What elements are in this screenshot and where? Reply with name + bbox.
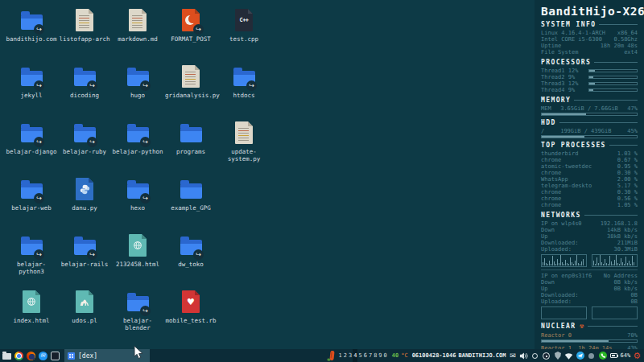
desktop-icon[interactable]: udos.pl	[58, 288, 111, 344]
desktop-icon[interactable]: ↪belajar-rails	[58, 232, 111, 288]
volume-tray-icon[interactable]	[519, 351, 528, 360]
graph-bar	[614, 260, 615, 265]
process-row: chrome0.30 %	[541, 170, 638, 176]
camel-icon	[79, 298, 90, 306]
graph-bar	[575, 261, 576, 265]
wlan-row-label: Uploaded:	[541, 246, 572, 253]
folder-launcher-icon	[2, 353, 11, 360]
text-file-icon	[76, 9, 93, 31]
ring-tray-icon[interactable]	[530, 351, 539, 360]
ruby-icon-wrap: ♥	[177, 288, 204, 315]
doc-icon-wrap	[71, 6, 98, 34]
wlan-traffic-graphs	[541, 254, 638, 267]
desktop-icon[interactable]: update-system.py	[217, 119, 270, 175]
graph-bar	[629, 261, 630, 265]
page-fold	[195, 290, 200, 295]
desktop-icon[interactable]: ↪FORMAT_POST	[164, 6, 217, 63]
ethernet-row-label: Downloaded:	[541, 292, 578, 298]
desktop-icon[interactable]: programs	[164, 119, 217, 175]
whatsapp-tray-icon[interactable]	[598, 351, 607, 360]
thread-bar-fill	[589, 70, 595, 72]
file-manager-launcher[interactable]	[2, 351, 11, 360]
radiation-icon: ☢	[580, 323, 584, 330]
graph-bar	[621, 258, 621, 265]
graph-bar	[559, 263, 559, 265]
ethernet-row: Downloaded:0B	[541, 292, 638, 298]
thread-bar-fill	[589, 76, 593, 78]
reactor-percent: 70%	[627, 332, 638, 339]
desktop-icon[interactable]: markdown.md	[111, 6, 164, 63]
process-row-value: 1.05 %	[617, 202, 638, 208]
desktop-icon[interactable]: ↪jekyll	[5, 63, 58, 119]
firefox-launcher[interactable]	[26, 351, 35, 360]
desktop-icon[interactable]: index.html	[5, 288, 58, 344]
statusbar-right: 1234567890 40 °C 06100428-1046 BANDITHIJ…	[330, 349, 644, 362]
padlock-tray-icon[interactable]	[542, 351, 551, 360]
workspace-0[interactable]: 0	[383, 349, 388, 362]
graph-bar	[568, 264, 569, 265]
thread-row: Thread3 12%	[541, 80, 638, 87]
desktop-icon[interactable]: ↪belajar-python3	[5, 232, 58, 288]
desktop-icon[interactable]: example_GPG	[164, 175, 217, 232]
conky-system-monitor: BanditHijo-X260 SYSTEM INFO Linux 4.16.4…	[535, 0, 644, 349]
shield-tray-icon[interactable]	[553, 351, 562, 360]
desktop-icon[interactable]: ↪dw_toko	[164, 232, 217, 288]
hdd-heading: HDD	[541, 119, 556, 126]
desktop-icon[interactable]: listofapp-arch	[58, 6, 111, 63]
shortcut-arrow-icon: ↪	[34, 249, 44, 260]
mail-launcher[interactable]: ✉	[38, 351, 47, 360]
desktop-icon[interactable]: ↪bandithijo.com	[5, 6, 58, 63]
system-info-row-value: 0.58Ghz	[613, 36, 638, 43]
wlan-row-value: 192.168.1.8	[601, 220, 638, 227]
hdd-label: /	[541, 128, 544, 134]
desktop-icon[interactable]: ↪belajar-ruby	[58, 119, 111, 175]
mail-tray-icon[interactable]: ✉	[508, 351, 517, 360]
graph-bar	[543, 262, 543, 265]
chrome-launcher[interactable]	[14, 351, 23, 360]
section-processors: PROCESSORS Thread1 12%Thread2 9%Thread3 …	[541, 59, 638, 93]
process-row-value: 5.17 %	[617, 183, 638, 189]
dot-tray-icon[interactable]	[587, 351, 596, 360]
desktop-icon[interactable]: 2132458.html	[111, 232, 164, 288]
section-nuclear: NUCLEAR ☢ Reactor 070%Reactor 1 1h 24m 1…	[541, 323, 638, 349]
folder-icon-wrap: ↪	[71, 63, 98, 90]
wlan-row-label: Down	[541, 227, 555, 233]
hostname-title: BanditHijo-X260	[541, 5, 638, 18]
desktop-icon[interactable]: ↪hexo	[111, 175, 164, 232]
ethernet-row: Uploaded:0B	[541, 298, 638, 305]
terminal-launcher[interactable]	[50, 351, 60, 360]
desktop-icon[interactable]: C++test.cpp	[217, 6, 270, 63]
desktop-icon[interactable]: ↪belajar-django	[5, 119, 58, 175]
folder-icon-wrap: ↪	[177, 232, 204, 259]
wlan-row-value: 211MiB	[617, 240, 638, 246]
folder-icon-wrap: ↪	[124, 119, 151, 146]
ethernet-row-value: 0B	[631, 298, 638, 305]
desktop-icon[interactable]: gridanalysis.py	[164, 63, 217, 119]
system-info-row: Linux 4.16.4-1-ARCHx86_64	[541, 30, 638, 36]
section-top-processes: TOP PROCESSES thunderbird1.03 %chrome0.6…	[541, 142, 638, 208]
desktop-icon[interactable]: ↪belajar-python	[111, 119, 164, 175]
desktop-icon[interactable]: ♥mobile_test.rb	[164, 288, 217, 344]
power-gear-icon[interactable]: ⚙	[633, 352, 641, 360]
memory-row: MEM 3.65GiB / 7.66GiB 47%	[541, 105, 638, 112]
desktop-icon[interactable]: ↪htdocs	[217, 63, 270, 119]
page-fold	[248, 121, 253, 126]
folder-icon-wrap: ↪	[18, 119, 45, 146]
desktop-icon[interactable]: ↪dicoding	[58, 63, 111, 119]
page-fold	[195, 65, 200, 70]
folder-icon-wrap: ↪	[124, 63, 151, 90]
telegram-tray-icon[interactable]	[576, 351, 584, 360]
wifi-tray-icon[interactable]	[564, 351, 573, 360]
desktop-icon[interactable]: danu.py	[58, 175, 111, 232]
thread-label: Thread3 12%	[541, 80, 586, 87]
desktop-icon[interactable]: ↪hugo	[111, 63, 164, 119]
desktop-icon[interactable]: ↪belajar-web	[5, 175, 58, 232]
process-row-value: 1.03 %	[617, 150, 638, 157]
graph-bar	[609, 256, 610, 265]
graph-bar	[627, 263, 628, 265]
taskbar-window-button[interactable]: [dex]	[64, 349, 150, 362]
wifi-glyph	[564, 352, 573, 360]
memory-label: MEM	[541, 105, 551, 112]
desktop-icon[interactable]: ↪belajar-blender	[111, 288, 164, 344]
ethernet-row-value: 0B	[631, 292, 638, 298]
